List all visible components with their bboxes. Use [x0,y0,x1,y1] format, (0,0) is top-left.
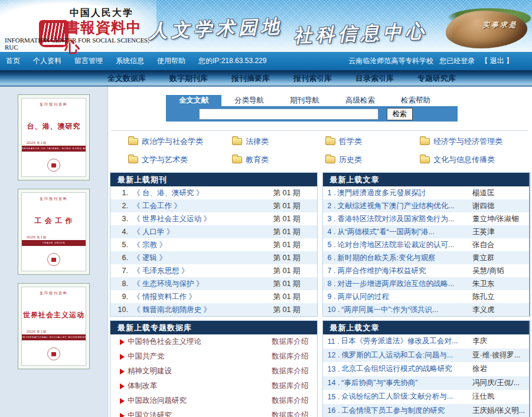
journal-row: 7. 《 毛泽东思想 》 第 01 期 [110,264,317,277]
top-nav-link[interactable]: 系统信息 [116,57,144,65]
article-link[interactable]: 文献综述视角下澳门产业结构优化... [337,201,472,211]
database-intro-link[interactable]: 数据库介绍 [272,337,309,347]
cover-issue-label: 2012年 第 1 期 [27,235,46,239]
article-link[interactable]: 日本《劳务派遣法》修改及工会对... [341,336,472,346]
cover-issue-row: 2012年 第 1 期 [22,141,86,145]
search-tab[interactable]: 检索帮助 [388,95,443,106]
journal-row: 10. 《 魏晋南北朝隋唐史 》 第 01 期 [110,303,317,316]
red-arrow-icon [120,398,125,404]
category-grid: 政治学与社会学类 法律类 哲学类 经济学与经济管理类 [128,136,530,165]
article-row-number: 5 . [328,241,336,249]
search-input[interactable] [199,109,378,120]
category-item: 历史类 [325,155,420,165]
article-row: 6 . 新时期的台欧关系:变化与观察 黄立群 [323,251,530,264]
article-link[interactable]: 北京工会组织运行模式的战略研究 [341,364,472,374]
category-item: 文学与艺术类 [128,155,232,165]
article-row: 10 . “两岸同属一中”:作为“强共识... 李义虎 [323,303,530,316]
database-nav-link[interactable]: 报刊摘要库 [231,73,270,84]
logout-button[interactable]: 【 退出 】 [481,56,513,66]
article-link[interactable]: 两岸认同的过程 [337,292,472,302]
top-nav-link[interactable]: 留言管理 [74,57,103,65]
article-author: 陈孔立 [472,292,529,302]
category-link[interactable]: 哲学类 [339,136,362,147]
journal-link[interactable]: 《 台、港、澳研究 》 [133,188,273,198]
journal-link[interactable]: 《 逻辑 》 [133,253,273,263]
article-row: 1 . 澳門經濟適度多元發展探討 楊道匡 [323,186,530,199]
journal-cover-thumbnail[interactable]: 复印报刊资料 工 会 工 作 2012年 第 1 期 TRADE UNION [18,189,90,275]
journal-link[interactable]: 《 宗教 》 [133,240,273,250]
category-link[interactable]: 文学与艺术类 [142,155,188,165]
article-author: 张自合 [472,240,529,250]
topic-link[interactable]: 中国特色社会主义理论 [128,337,272,347]
database-intro-link[interactable]: 数据库介绍 [272,366,309,376]
topic-link[interactable]: 中国立法研究 [128,411,272,417]
article-row: 8 . 对进一步增进两岸政治互信的战略... 朱卫东 [323,277,530,290]
database-intro-link[interactable]: 数据库介绍 [272,352,309,362]
folder-icon [325,138,335,145]
article-link[interactable]: 从“两德模式”看“一国两制”港... [337,227,472,237]
article-link[interactable]: 论对台湾地区法院非讼裁定的认可... [337,240,472,250]
category-link[interactable]: 文化与信息传播类 [433,155,495,165]
article-link[interactable]: 新时期的台欧关系:变化与观察 [337,253,472,263]
search-button[interactable]: 检索 [387,108,413,120]
journal-issue-label: 第 01 期 [273,188,317,198]
database-nav-link[interactable]: 全文数据库 [107,73,146,84]
article-link[interactable]: 众说纷纭的工人阶级:文献分析与... [341,392,472,402]
journal-link[interactable]: 《 人口学 》 [133,227,273,237]
top-nav-link[interactable]: 使用帮助 [157,57,185,65]
article-row-number: 12 . [328,351,340,359]
journal-link[interactable]: 《 情报资料工作 》 [133,292,273,302]
category-link[interactable]: 法律类 [246,136,269,147]
database-nav-link[interactable]: 专题研究库 [417,73,456,84]
folder-icon [325,156,335,163]
article-row-number: 8 . [328,280,336,288]
article-row: 12 . 俄罗斯的工人运动和工会:问题与... 亚·维·彼得罗... [323,349,530,363]
journal-link[interactable]: 《 工会工作 》 [133,201,273,211]
article-link[interactable]: 澳門經濟適度多元發展探討 [337,188,472,198]
article-row-number: 1 . [328,189,336,197]
search-tab[interactable]: 高级检索 [332,95,388,106]
journal-link[interactable]: 《 毛泽东思想 》 [133,266,273,276]
article-link[interactable]: 俄罗斯的工人运动和工会:问题与... [341,350,472,360]
article-link[interactable]: “两岸同属一中”:作为“强共识... [341,305,472,315]
banner: 中国人民大学 書報資料中心 INFORMATION CENTER FOR SOC… [0,0,532,52]
database-nav-link[interactable]: 报刊索引库 [293,73,332,84]
article-row: 15 . 众说纷纭的工人阶级:文献分析与... 汪仕凯 [323,390,530,404]
article-link[interactable]: 两岸合作维护海洋权益研究 [337,266,472,276]
cover-emblem-icon [47,159,60,172]
category-link[interactable]: 经济学与经济管理类 [433,136,502,147]
cover-issue-row: 2012年 第 1 期 [22,330,86,333]
search-tab[interactable]: 期刊导航 [277,95,332,106]
top-nav-link[interactable]: 首页 [6,57,20,65]
journal-cover-thumbnail[interactable]: 复印报刊资料 世界社会主义运动 2012年 第 1 期 INTERNATIONA… [18,283,90,369]
top-nav-link[interactable]: 个人资料 [33,57,61,65]
journal-cover: 复印报刊资料 工 会 工 作 2012年 第 1 期 TRADE UNION [21,192,86,271]
database-intro-link[interactable]: 数据库介绍 [272,396,309,406]
database-nav-link[interactable]: 目录索引库 [355,73,394,84]
journal-cover-thumbnail[interactable]: 复印报刊资料 台、港、澳研究 2012年 第 1 期 RESEARCH ON T… [18,94,90,180]
article-link[interactable]: “事后协商”与“事先协商” [341,378,472,388]
search-tab[interactable]: 全文文献 [166,95,221,106]
database-nav-link[interactable]: 数字期刊库 [169,73,208,84]
topic-link[interactable]: 中国共产党 [128,352,272,362]
article-author: 楊道匡 [472,188,529,198]
journal-link[interactable]: 《 世界社会主义运动 》 [133,214,273,224]
category-link[interactable]: 教育类 [246,155,269,165]
article-link[interactable]: 工会情境下员工参与制度的研究 [341,406,472,416]
database-intro-link[interactable]: 数据库介绍 [272,381,309,391]
journal-link[interactable]: 《 生态环境与保护 》 [133,279,273,289]
article-link[interactable]: 对进一步增进两岸政治互信的战略... [337,279,472,289]
topic-link[interactable]: 体制改革 [128,381,272,391]
topic-databases-title: 最新上载专题数据库 [110,321,317,334]
database-intro-link[interactable]: 数据库介绍 [272,411,309,417]
topic-link[interactable]: 中国政治问题研究 [128,396,272,406]
category-link[interactable]: 历史类 [339,155,362,165]
latest-articles-table-top: 最新上载文章 1 . 澳門經濟適度多元發展探討 楊道匡 2 . 文献综述视角下澳… [322,172,531,317]
category-link[interactable]: 政治学与社会学类 [142,136,203,147]
article-link[interactable]: 香港特区法院对涉及国家豁免行为... [337,214,472,224]
topic-link[interactable]: 精神文明建设 [128,366,272,376]
upper-tables: 最新上载期刊 1. 《 台、港、澳研究 》 第 01 期 2. 《 工会工作 》… [110,172,530,317]
journal-link[interactable]: 《 魏晋南北朝隋唐史 》 [133,305,273,315]
search-tab[interactable]: 分类导航 [221,95,277,106]
latest-journals-table: 最新上载期刊 1. 《 台、港、澳研究 》 第 01 期 2. 《 工会工作 》… [110,172,318,317]
